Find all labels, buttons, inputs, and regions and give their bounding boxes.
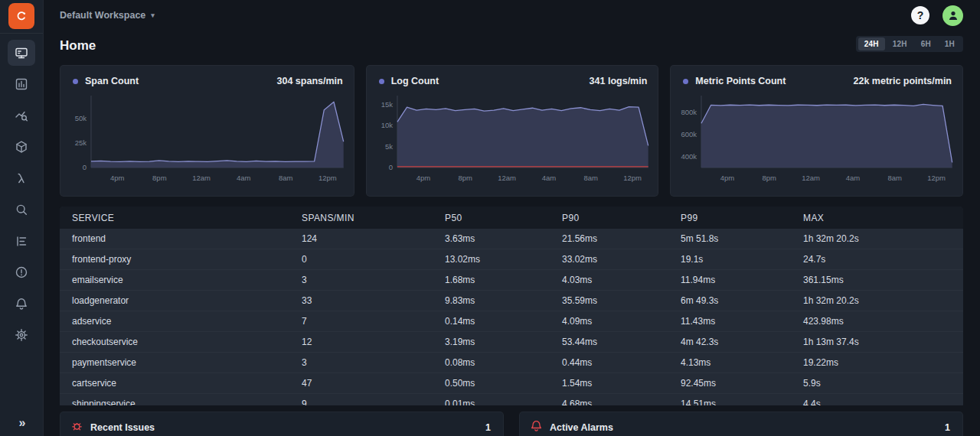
sidebar-item-dashboards[interactable] — [6, 68, 38, 99]
metric-value: 9 — [302, 399, 445, 405]
monitor-icon — [15, 46, 28, 60]
time-range-6h[interactable]: 6H — [915, 37, 937, 50]
metric-value: 24.7s — [803, 254, 963, 265]
metric-value: 92.45ms — [681, 378, 803, 389]
metric-value: 1h 13m 37.4s — [803, 337, 963, 347]
metric-value: 0.01ms — [445, 399, 562, 405]
card-value: 22k metric points/min — [854, 76, 952, 86]
alarm-bell-icon — [530, 419, 543, 435]
table-row[interactable]: frontend1243.63ms21.56ms5m 51.8s1h 32m 2… — [60, 229, 963, 249]
sidebar: » — [0, 0, 44, 436]
metric-value: 11.94ms — [681, 275, 803, 285]
help-button[interactable]: ? — [911, 6, 929, 24]
svg-text:8am: 8am — [279, 174, 293, 182]
metric-value: 3 — [302, 357, 445, 368]
avatar[interactable] — [942, 5, 963, 26]
workspace-selector[interactable]: Default Workspace ▾ — [60, 10, 155, 21]
metric-value: 53.44ms — [562, 337, 681, 347]
span-count-chart[interactable]: 025k50k4pm8pm12am4am8am12pm — [65, 94, 349, 187]
legend-dot-icon — [73, 79, 78, 84]
service-name[interactable]: cartservice — [60, 378, 302, 389]
table-row[interactable]: adservice70.14ms4.09ms11.43ms423.98ms — [60, 311, 963, 332]
sidebar-item-alerts[interactable] — [6, 288, 38, 319]
metric-value: 14.51ms — [681, 399, 803, 405]
sidebar-item-home[interactable] — [6, 37, 38, 68]
sidebar-item-settings[interactable] — [6, 319, 38, 350]
metric-value: 7 — [302, 316, 445, 327]
chevron-down-icon: ▾ — [151, 11, 155, 19]
metric-value: 124 — [302, 233, 445, 244]
metric-value: 21.56ms — [562, 233, 681, 244]
active-alarms-count: 1 — [945, 422, 950, 433]
metric-value: 12 — [302, 337, 445, 347]
metric-points-chart[interactable]: 400k600k800k4pm8pm12am4am8am12pm — [675, 94, 958, 187]
svg-text:800k: 800k — [681, 108, 697, 116]
metric-value: 19.1s — [681, 254, 803, 265]
service-name[interactable]: shippingservice — [60, 399, 302, 405]
service-name[interactable]: frontend-proxy — [60, 254, 302, 265]
svg-text:8pm: 8pm — [458, 174, 472, 182]
metric-value: 3.63ms — [445, 233, 562, 244]
trace-explorer-icon — [15, 109, 28, 122]
table-row[interactable]: emailservice31.68ms4.03ms11.94ms361.15ms — [60, 270, 963, 291]
table-row[interactable]: cartservice470.50ms1.54ms92.45ms5.9s — [60, 373, 963, 394]
metric-value: 19.22ms — [803, 357, 963, 368]
user-icon — [947, 9, 959, 21]
svg-text:600k: 600k — [681, 130, 697, 138]
sidebar-item-functions[interactable] — [6, 162, 38, 194]
sidebar-item-explorer[interactable] — [6, 194, 38, 225]
log-count-chart[interactable]: 05k10k15k4pm8pm12am4am8am12pm — [371, 94, 654, 187]
service-name[interactable]: frontend — [60, 233, 302, 244]
time-range-selector: 24H12H6H1H — [856, 36, 963, 52]
exclamation-circle-icon — [15, 265, 28, 279]
cube-icon — [15, 140, 28, 154]
sidebar-collapse-button[interactable]: » — [0, 416, 44, 430]
recent-issues-count: 1 — [485, 422, 491, 433]
service-name[interactable]: checkoutservice — [60, 337, 302, 347]
app-logo[interactable] — [8, 3, 34, 29]
signoz-logo-icon — [14, 8, 29, 24]
workspace-name: Default Workspace — [60, 10, 145, 21]
table-header-row: SERVICESPANS/MINP50P90P99MAX — [60, 207, 963, 229]
sidebar-item-services[interactable] — [6, 99, 38, 131]
logs-list-icon — [15, 234, 28, 248]
legend-dot-icon — [379, 79, 384, 84]
service-name[interactable]: emailservice — [60, 275, 302, 285]
metric-value: 9.83ms — [445, 295, 562, 306]
sidebar-item-exceptions[interactable] — [6, 256, 38, 288]
column-header: P50 — [445, 213, 562, 223]
bell-icon — [15, 297, 28, 311]
table-row[interactable]: checkoutservice123.19ms53.44ms4m 42.3s1h… — [60, 332, 963, 353]
table-row[interactable]: paymentservice30.08ms0.44ms4.13ms19.22ms — [60, 353, 963, 373]
footer-card-title: Active Alarms — [550, 422, 613, 433]
metric-value: 1h 32m 20.2s — [803, 295, 963, 306]
svg-text:25k: 25k — [75, 138, 87, 147]
metric-points-card: Metric Points Count 22k metric points/mi… — [670, 65, 963, 197]
sidebar-item-logs[interactable] — [6, 225, 38, 256]
gear-icon — [15, 328, 28, 342]
svg-text:4pm: 4pm — [110, 174, 125, 182]
metric-value: 5.9s — [803, 378, 963, 389]
time-range-12h[interactable]: 12H — [887, 37, 913, 50]
time-range-24h[interactable]: 24H — [858, 37, 885, 50]
svg-text:400k: 400k — [681, 152, 697, 161]
svg-text:12pm: 12pm — [318, 174, 337, 182]
search-icon — [15, 203, 28, 216]
table-row[interactable]: frontend-proxy013.02ms33.02ms19.1s24.7s — [60, 249, 963, 270]
card-title: Metric Points Count — [695, 76, 786, 86]
svg-text:8am: 8am — [583, 174, 598, 182]
svg-text:12pm: 12pm — [623, 174, 642, 182]
time-range-1h[interactable]: 1H — [939, 37, 961, 50]
active-alarms-card[interactable]: Active Alarms 1 — [519, 412, 963, 436]
table-row[interactable]: loadgenerator339.83ms35.59ms6m 49.3s1h 3… — [60, 291, 963, 311]
metric-value: 47 — [302, 378, 445, 389]
table-body: frontend1243.63ms21.56ms5m 51.8s1h 32m 2… — [60, 229, 963, 405]
service-name[interactable]: adservice — [60, 316, 302, 327]
service-name[interactable]: paymentservice — [60, 357, 302, 368]
svg-text:5k: 5k — [385, 142, 393, 151]
recent-issues-card[interactable]: Recent Issues 1 — [60, 412, 504, 436]
service-name[interactable]: loadgenerator — [60, 295, 302, 306]
metric-value: 1.68ms — [445, 275, 562, 285]
table-row[interactable]: shippingservice90.01ms4.68ms14.51ms4.4s — [60, 394, 963, 405]
sidebar-item-messaging-queues[interactable] — [6, 131, 38, 162]
